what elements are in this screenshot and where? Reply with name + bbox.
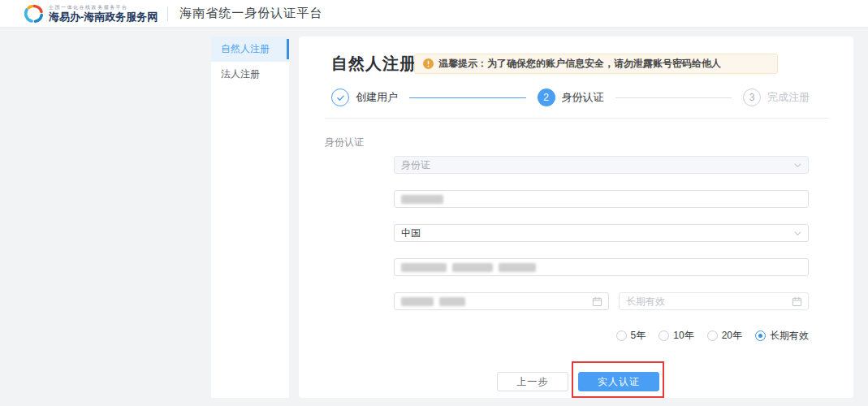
chevron-down-icon [793, 229, 802, 238]
radio-circle-icon [659, 330, 669, 341]
redacted-date-value [401, 297, 471, 306]
step-identity-verify: 2 身份认证 [538, 89, 604, 106]
radio-circle-icon [707, 330, 718, 341]
platform-title: 海南省统一身份认证平台 [179, 6, 322, 21]
logo-swirl-icon [24, 4, 44, 24]
nationality-value: 中国 [401, 227, 421, 240]
step-connector-1 [409, 97, 526, 98]
redacted-id-number-value [401, 263, 542, 272]
sidebar: 自然人注册 法人注册 [211, 37, 289, 398]
id-type-value: 身份证 [401, 158, 430, 172]
radio-20-years[interactable]: 20年 [707, 329, 742, 343]
main-panel: 自然人注册 温馨提示：为了确保您的账户信息安全，请勿泄露账号密码给他人 创建用户 [299, 37, 853, 398]
radio-10-years[interactable]: 10年 [659, 329, 693, 343]
previous-step-button[interactable]: 上一步 [497, 372, 568, 391]
step-complete: 3 完成注册 [743, 89, 810, 106]
step-connector-2 [615, 97, 732, 98]
validity-end-date-input[interactable]: 长期有效 [619, 292, 809, 310]
radio-long-term-label: 长期有效 [770, 329, 809, 343]
warning-icon [423, 58, 434, 69]
tip-text: 温馨提示：为了确保您的账户信息安全，请勿泄露账号密码给他人 [438, 57, 721, 71]
radio-10-years-label: 10年 [673, 329, 693, 343]
real-person-auth-button[interactable]: 实人认证 [578, 372, 659, 391]
id-type-select: 身份证 [394, 156, 809, 174]
section-label: 身份认证 [325, 136, 364, 149]
divider [325, 118, 829, 119]
logo-text: 全国一体化在线政务服务平台 海易办-海南政务服务网 [49, 5, 158, 22]
tip-banner: 温馨提示：为了确保您的账户信息安全，请勿泄露账号密码给他人 [414, 54, 778, 74]
step-2-number: 2 [538, 89, 555, 106]
chevron-down-icon [793, 161, 802, 170]
header-divider [167, 6, 168, 21]
step-3-number: 3 [743, 89, 761, 106]
step-1-label: 创建用户 [356, 90, 398, 105]
validity-options: 5年 10年 20年 长期有效 [603, 329, 809, 343]
step-1-check-icon [331, 89, 349, 106]
validity-end-placeholder: 长期有效 [626, 295, 665, 309]
page: 全国一体化在线政务服务平台 海易办-海南政务服务网 海南省统一身份认证平台 自然… [0, 0, 868, 406]
step-indicator: 创建用户 2 身份认证 3 完成注册 [331, 88, 810, 107]
site-logo[interactable]: 全国一体化在线政务服务平台 海易办-海南政务服务网 [24, 4, 158, 24]
radio-5-years[interactable]: 5年 [616, 329, 646, 343]
step-2-label: 身份认证 [562, 90, 604, 105]
calendar-icon [592, 296, 602, 307]
nationality-select[interactable]: 中国 [394, 224, 809, 242]
logo-top-caption: 全国一体化在线政务服务平台 [49, 5, 158, 10]
step-3-label: 完成注册 [767, 90, 810, 105]
sidebar-item-natural-person[interactable]: 自然人注册 [211, 37, 289, 62]
step-create-user: 创建用户 [331, 89, 398, 106]
top-header: 全国一体化在线政务服务平台 海易办-海南政务服务网 海南省统一身份认证平台 [0, 0, 868, 28]
radio-circle-icon [616, 330, 627, 341]
radio-20-years-label: 20年 [722, 329, 742, 343]
id-number-input[interactable] [394, 258, 809, 276]
radio-5-years-label: 5年 [631, 329, 646, 343]
logo-site-name: 海易办-海南政务服务网 [49, 11, 158, 22]
calendar-icon [792, 296, 802, 307]
sidebar-item-legal-person[interactable]: 法人注册 [211, 62, 289, 87]
page-title: 自然人注册 [331, 53, 417, 75]
redacted-name-value [401, 195, 449, 204]
radio-selected-icon [755, 330, 766, 341]
radio-long-term[interactable]: 长期有效 [755, 329, 809, 343]
validity-start-date-input[interactable] [394, 292, 609, 310]
real-name-input[interactable] [394, 190, 809, 208]
